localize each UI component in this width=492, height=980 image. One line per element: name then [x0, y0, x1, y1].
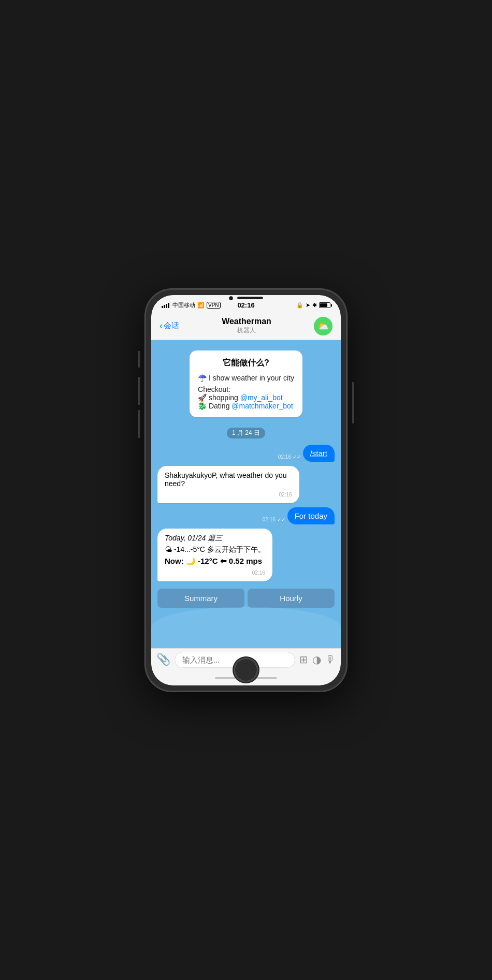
vpn-badge: VPN — [207, 302, 221, 309]
status-left: 中国移动 📶 VPN — [162, 301, 221, 309]
signal-bars-icon — [162, 303, 169, 308]
signal-bar-4 — [168, 303, 169, 308]
intro-checkout: Checkout: 🚀 shopping @my_ali_bot 🐉 Datin… — [198, 385, 294, 410]
nav-center: Weatherman 机器人 — [222, 317, 271, 335]
dating-prefix: 🐉 Dating — [198, 402, 231, 410]
shopping-prefix: 🚀 shopping — [198, 393, 240, 402]
camera-dot — [229, 296, 233, 300]
dating-link[interactable]: @matchmaker_bot — [231, 402, 293, 410]
date-stamp: 1 月 24 日 — [157, 428, 335, 438]
wifi-icon: 📶 — [197, 302, 205, 309]
nav-bar: ‹ 会话 Weatherman 机器人 ⛅ — [151, 314, 341, 340]
msg-time-start: 02:16 ✓✓ — [278, 454, 301, 460]
power-button — [352, 382, 354, 423]
input-icons: ⊞ ◑ 🎙 — [299, 653, 336, 666]
summary-button[interactable]: Summary — [157, 589, 244, 608]
carrier-label: 中国移动 — [172, 301, 195, 309]
chat-area[interactable]: 它能做什么? ☂️ I show weather in your city Ch… — [151, 340, 341, 648]
msg-text-for-today: For today — [295, 511, 327, 520]
lock-icon: 🔒 — [296, 302, 303, 309]
quick-replies: Summary Hourly — [157, 586, 335, 610]
bubble-for-today: For today — [287, 507, 335, 524]
checkout-label: Checkout: — [198, 385, 230, 393]
intro-title: 它能做什么? — [198, 358, 294, 369]
weather-temp-line: 🌤 -14...-5°C 多云开始于下午。 — [165, 545, 265, 554]
msg-time-what-weather: 02:16 — [279, 492, 292, 498]
mic-icon[interactable]: 🎙 — [325, 654, 336, 666]
bluetooth-icon: ✱ — [312, 302, 317, 309]
msg-time-for-today: 02:16 ✓✓ — [263, 517, 285, 522]
chat-subtitle: 机器人 — [222, 326, 271, 335]
message-row-weather-report: Today, 01/24 週三 🌤 -14...-5°C 多云开始于下午。 No… — [157, 529, 335, 581]
chevron-left-icon: ‹ — [160, 320, 163, 331]
message-row-for-today: 02:16 ✓✓ For today — [157, 507, 335, 524]
shopping-link[interactable]: @my_ali_bot — [240, 393, 283, 402]
msg-time-weather: 02:16 — [252, 570, 265, 576]
status-right: 🔒 ➤ ✱ — [296, 302, 330, 309]
intro-line1: ☂️ I show weather in your city — [198, 374, 294, 382]
mute-button — [138, 351, 140, 368]
status-time: 02:16 — [237, 301, 254, 309]
attach-icon[interactable]: 📎 — [156, 653, 170, 666]
message-row-start: 02:16 ✓✓ /start — [157, 445, 335, 462]
weather-date-line: Today, 01/24 週三 — [165, 534, 265, 543]
avatar-emoji: ⛅ — [317, 320, 329, 332]
location-icon: ➤ — [306, 302, 310, 309]
sticker-icon[interactable]: ⊞ — [299, 653, 308, 666]
emoji-icon[interactable]: ◑ — [312, 653, 321, 666]
date-stamp-text: 1 月 24 日 — [227, 428, 265, 438]
back-button[interactable]: ‹ 会话 — [160, 320, 179, 331]
speaker-slot — [237, 297, 263, 299]
hourly-button[interactable]: Hourly — [248, 589, 335, 608]
battery-icon — [319, 302, 330, 308]
screen: 中国移动 📶 VPN 02:16 🔒 ➤ ✱ ‹ 会话 — [151, 295, 341, 685]
phone-inner: 中国移动 📶 VPN 02:16 🔒 ➤ ✱ ‹ 会话 — [151, 295, 341, 685]
camera-area — [229, 296, 263, 300]
bubble-what-weather: ShakuyakukyoP, what weather do you need?… — [157, 466, 299, 503]
volume-down-button — [138, 410, 140, 438]
bot-avatar[interactable]: ⛅ — [314, 317, 332, 335]
message-row-what-weather: ShakuyakukyoP, what weather do you need?… — [157, 466, 335, 503]
signal-bar-1 — [162, 306, 163, 308]
home-button[interactable] — [234, 657, 258, 682]
bubble-start: /start — [303, 445, 335, 462]
volume-up-button — [138, 377, 140, 405]
phone-frame: 中国移动 📶 VPN 02:16 🔒 ➤ ✱ ‹ 会话 — [145, 289, 347, 692]
bubble-weather-report: Today, 01/24 週三 🌤 -14...-5°C 多云开始于下午。 No… — [157, 529, 272, 581]
msg-text-what-weather: ShakuyakukyoP, what weather do you need? — [165, 471, 287, 488]
weather-now-line: Now: 🌙 -12°C ⬅ 0.52 mps — [165, 557, 265, 566]
chat-title: Weatherman — [222, 317, 271, 326]
signal-bar-2 — [164, 305, 165, 308]
msg-text-start: /start — [310, 449, 327, 458]
signal-bar-3 — [166, 304, 167, 308]
intro-bubble: 它能做什么? ☂️ I show weather in your city Ch… — [190, 350, 302, 417]
battery-fill — [320, 303, 327, 307]
back-label: 会话 — [164, 321, 179, 331]
